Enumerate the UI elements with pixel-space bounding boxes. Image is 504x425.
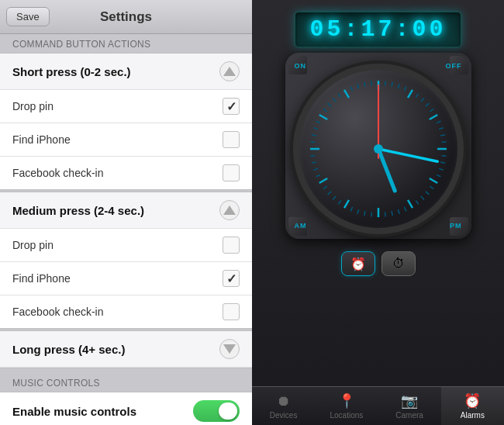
music-controls-label: Enable music controls bbox=[12, 405, 136, 418]
svg-line-47 bbox=[311, 135, 316, 136]
alarm-btn-2-icon: ⏱ bbox=[392, 257, 405, 271]
svg-line-3 bbox=[398, 84, 399, 88]
svg-line-13 bbox=[440, 135, 445, 136]
svg-line-48 bbox=[313, 128, 318, 130]
svg-line-20 bbox=[429, 178, 437, 183]
right-tab-camera-label: Camera bbox=[395, 411, 423, 420]
svg-line-54 bbox=[338, 94, 341, 98]
right-tab-alarms-label: Alarms bbox=[461, 411, 485, 420]
svg-line-27 bbox=[398, 209, 399, 214]
svg-line-55 bbox=[344, 90, 349, 98]
medium-drop-pin[interactable]: Drop pin bbox=[0, 229, 252, 262]
svg-line-1 bbox=[385, 81, 385, 85]
svg-line-38 bbox=[327, 192, 330, 195]
svg-line-23 bbox=[420, 196, 423, 199]
right-tab-camera[interactable]: 📷 Camera bbox=[378, 387, 441, 425]
analog-clock bbox=[293, 64, 464, 234]
triangle-down-icon bbox=[223, 344, 236, 354]
music-toggle-switch[interactable]: ON bbox=[193, 400, 240, 422]
svg-line-58 bbox=[364, 82, 364, 87]
medium-facebook[interactable]: Facebook check-in bbox=[0, 295, 252, 328]
right-alarm-icon: ⏰ bbox=[464, 392, 481, 409]
short-facebook-checkbox[interactable] bbox=[223, 164, 240, 181]
svg-line-51 bbox=[323, 109, 326, 112]
svg-line-39 bbox=[323, 186, 326, 189]
svg-line-22 bbox=[425, 192, 428, 195]
medium-press-group: Medium press (2-4 sec.) Drop pin Find iP… bbox=[0, 192, 252, 329]
medium-find-iphone-checkbox[interactable] bbox=[223, 270, 240, 287]
right-tab-devices[interactable]: ⏺ Devices bbox=[252, 387, 315, 425]
svg-line-4 bbox=[404, 87, 406, 91]
svg-line-50 bbox=[319, 115, 326, 119]
svg-line-25 bbox=[408, 200, 413, 208]
short-drop-pin-label: Drop pin bbox=[12, 100, 54, 112]
right-pin-icon: 📍 bbox=[338, 392, 355, 409]
svg-line-17 bbox=[440, 162, 445, 163]
right-tab-locations[interactable]: 📍 Locations bbox=[315, 387, 378, 425]
right-device-icon: ⏺ bbox=[277, 393, 291, 409]
long-press-header[interactable]: Long press (4+ sec.) bbox=[0, 331, 252, 368]
svg-line-5 bbox=[408, 90, 413, 98]
svg-line-46 bbox=[310, 142, 315, 143]
svg-line-11 bbox=[436, 121, 440, 123]
short-press-header[interactable]: Short press (0-2 sec.) bbox=[0, 54, 252, 90]
svg-line-18 bbox=[438, 168, 443, 170]
short-press-label: Short press (0-2 sec.) bbox=[12, 65, 131, 78]
svg-line-59 bbox=[371, 81, 371, 85]
svg-line-10 bbox=[429, 115, 437, 119]
save-button[interactable]: Save bbox=[6, 7, 50, 26]
svg-line-44 bbox=[310, 156, 315, 157]
svg-line-37 bbox=[333, 196, 336, 199]
left-panel: Save Settings COMMAND button actions Sho… bbox=[0, 0, 252, 425]
music-controls-toggle-row[interactable]: Enable music controls ON bbox=[0, 392, 252, 425]
page-title: Settings bbox=[100, 9, 152, 25]
settings-header: Save Settings bbox=[0, 0, 252, 34]
svg-line-40 bbox=[319, 178, 326, 183]
clock-bezel: ON OFF AM PM bbox=[285, 53, 471, 239]
short-find-iphone-checkbox[interactable] bbox=[223, 131, 240, 148]
svg-line-16 bbox=[441, 156, 446, 157]
svg-line-57 bbox=[357, 84, 358, 88]
digital-clock-display: 05:17:00 bbox=[294, 11, 461, 48]
medium-press-header[interactable]: Medium press (2-4 sec.) bbox=[0, 192, 252, 229]
svg-line-32 bbox=[364, 211, 364, 216]
svg-line-28 bbox=[392, 211, 392, 216]
svg-line-19 bbox=[436, 174, 440, 176]
svg-line-26 bbox=[404, 207, 406, 211]
svg-line-42 bbox=[313, 168, 318, 170]
svg-line-29 bbox=[385, 212, 385, 217]
svg-line-53 bbox=[333, 98, 336, 102]
short-find-iphone[interactable]: Find iPhone bbox=[0, 123, 252, 157]
toggle-knob bbox=[219, 403, 237, 420]
svg-line-9 bbox=[430, 109, 433, 112]
medium-facebook-checkbox[interactable] bbox=[223, 303, 240, 320]
svg-line-41 bbox=[316, 174, 319, 176]
short-drop-pin[interactable]: Drop pin bbox=[0, 90, 252, 123]
svg-line-24 bbox=[416, 200, 419, 204]
long-press-scroll-down[interactable] bbox=[219, 339, 240, 359]
long-press-group: Long press (4+ sec.) bbox=[0, 330, 252, 368]
svg-line-21 bbox=[430, 186, 433, 189]
right-tab-alarms[interactable]: ⏰ Alarms bbox=[441, 387, 504, 425]
medium-press-label: Medium press (2-4 sec.) bbox=[12, 204, 144, 217]
short-facebook[interactable]: Facebook check-in bbox=[0, 157, 252, 189]
short-facebook-label: Facebook check-in bbox=[12, 167, 104, 179]
right-tab-locations-label: Locations bbox=[330, 411, 363, 420]
short-press-scroll-up[interactable] bbox=[219, 61, 240, 81]
svg-line-52 bbox=[327, 103, 330, 106]
svg-line-12 bbox=[438, 128, 443, 130]
medium-find-iphone[interactable]: Find iPhone bbox=[0, 262, 252, 295]
right-tab-bar: ⏺ Devices 📍 Locations 📷 Camera ⏰ Alarms bbox=[252, 386, 504, 425]
svg-line-8 bbox=[425, 103, 428, 106]
alarm-btn-2[interactable]: ⏱ bbox=[381, 251, 416, 276]
alarm-btn-1[interactable]: ⏰ bbox=[341, 251, 375, 276]
svg-line-49 bbox=[316, 121, 319, 123]
medium-drop-pin-checkbox[interactable] bbox=[223, 237, 240, 254]
short-drop-pin-checkbox[interactable] bbox=[223, 98, 240, 115]
svg-line-35 bbox=[344, 200, 349, 208]
hour-hand-line bbox=[378, 149, 395, 191]
svg-line-36 bbox=[338, 200, 341, 204]
medium-press-scroll-up[interactable] bbox=[219, 200, 240, 220]
center-dot bbox=[374, 144, 383, 154]
svg-line-43 bbox=[311, 162, 316, 163]
